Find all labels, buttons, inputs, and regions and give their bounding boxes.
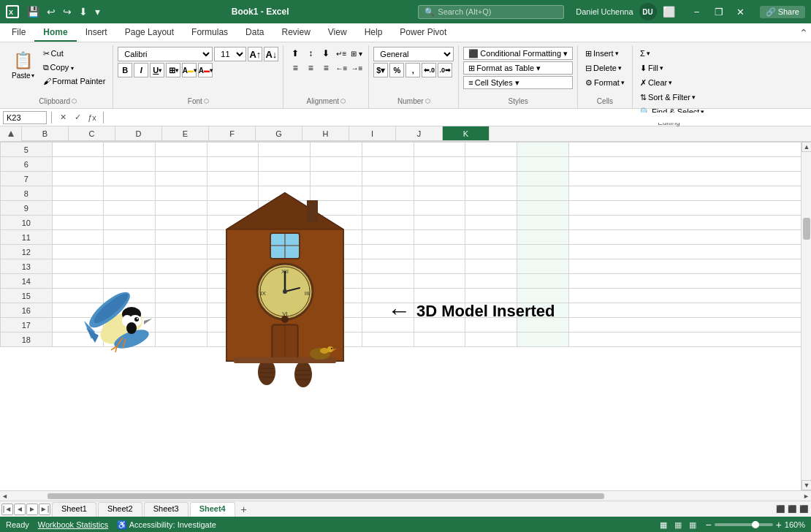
cell-F7[interactable] bbox=[259, 172, 311, 186]
font-expand-icon[interactable]: ⬡ bbox=[204, 98, 209, 104]
decrease-indent-button[interactable]: ←≡ bbox=[334, 61, 349, 75]
scroll-up-button[interactable]: ▲ bbox=[802, 142, 811, 152]
number-format-selector[interactable]: General bbox=[373, 47, 454, 61]
cell-I13[interactable] bbox=[414, 259, 465, 274]
add-sheet-button[interactable]: + bbox=[237, 502, 251, 517]
format-painter-button[interactable]: 🖌 Format Painter bbox=[40, 75, 109, 88]
fill-button[interactable]: ⬇ Fill ▾ bbox=[637, 61, 707, 75]
cell-J9[interactable] bbox=[465, 201, 517, 216]
cell-extra-12[interactable] bbox=[568, 245, 810, 259]
ribbon-collapse-button[interactable]: ⌃ bbox=[799, 27, 808, 39]
tab-view[interactable]: View bbox=[319, 23, 356, 42]
cell-J5[interactable] bbox=[465, 142, 517, 157]
increase-font-button[interactable]: A↑ bbox=[248, 47, 262, 61]
cell-D9[interactable] bbox=[156, 201, 207, 216]
cell-K12[interactable] bbox=[517, 245, 568, 259]
page-layout-view-button[interactable]: ▦ bbox=[671, 518, 685, 531]
cell-D6[interactable] bbox=[156, 157, 207, 172]
cell-G7[interactable] bbox=[311, 172, 362, 186]
tab-formulas[interactable]: Formulas bbox=[183, 23, 237, 42]
sheet-tab-sheet2[interactable]: Sheet2 bbox=[98, 502, 142, 517]
font-name-selector[interactable]: Calibri bbox=[118, 47, 213, 61]
increase-decimal-button[interactable]: ⬅.0 bbox=[422, 63, 436, 77]
cell-B6[interactable] bbox=[52, 157, 104, 172]
cell-C12[interactable] bbox=[104, 245, 156, 259]
cell-B11[interactable] bbox=[52, 230, 104, 245]
col-header-c[interactable]: C bbox=[69, 126, 115, 141]
h-scroll-left-button[interactable]: ◄ bbox=[1, 493, 8, 500]
confirm-formula-button[interactable]: ✓ bbox=[71, 111, 84, 124]
cell-J13[interactable] bbox=[465, 259, 517, 274]
cell-K14[interactable] bbox=[517, 274, 568, 289]
cell-G5[interactable] bbox=[311, 142, 362, 157]
cell-I12[interactable] bbox=[414, 245, 465, 259]
cell-I8[interactable] bbox=[414, 186, 465, 201]
decrease-decimal-button[interactable]: .0➡ bbox=[438, 63, 452, 77]
cell-J14[interactable] bbox=[465, 274, 517, 289]
cell-extra-8[interactable] bbox=[568, 186, 810, 201]
cell-C11[interactable] bbox=[104, 230, 156, 245]
cell-extra-14[interactable] bbox=[568, 274, 810, 289]
cell-extra-11[interactable] bbox=[568, 230, 810, 245]
cell-E7[interactable] bbox=[207, 172, 259, 186]
cell-I5[interactable] bbox=[414, 142, 465, 157]
comma-button[interactable]: , bbox=[406, 63, 420, 77]
row-num-14[interactable]: 14 bbox=[1, 274, 53, 289]
cell-D13[interactable] bbox=[156, 259, 207, 274]
zoom-in-button[interactable]: + bbox=[776, 519, 782, 531]
decrease-font-button[interactable]: A↓ bbox=[264, 47, 278, 61]
cell-B8[interactable] bbox=[52, 186, 104, 201]
clear-button[interactable]: ✗ Clear ▾ bbox=[637, 76, 707, 89]
tab-review[interactable]: Review bbox=[273, 23, 319, 42]
user-avatar[interactable]: DU bbox=[639, 3, 657, 20]
cell-J6[interactable] bbox=[465, 157, 517, 172]
cell-extra-17[interactable] bbox=[568, 318, 810, 332]
cell-D11[interactable] bbox=[156, 230, 207, 245]
cell-I14[interactable] bbox=[414, 274, 465, 289]
col-header-i[interactable]: I bbox=[349, 126, 396, 141]
cell-I6[interactable] bbox=[414, 157, 465, 172]
row-num-12[interactable]: 12 bbox=[1, 245, 53, 259]
row-num-18[interactable]: 18 bbox=[1, 332, 53, 347]
cell-extra-13[interactable] bbox=[568, 259, 810, 274]
tab-insert[interactable]: Insert bbox=[77, 23, 116, 42]
sheet-tab-sheet3[interactable]: Sheet3 bbox=[144, 502, 189, 517]
col-header-b[interactable]: B bbox=[22, 126, 69, 141]
row-num-9[interactable]: 9 bbox=[1, 201, 53, 216]
tab-help[interactable]: Help bbox=[356, 23, 392, 42]
row-num-17[interactable]: 17 bbox=[1, 318, 53, 332]
cell-K13[interactable] bbox=[517, 259, 568, 274]
cell-G6[interactable] bbox=[311, 157, 362, 172]
cut-button[interactable]: ✂ Cut bbox=[40, 47, 109, 60]
col-header-g[interactable]: G bbox=[256, 126, 302, 141]
align-top-button[interactable]: ⬆ bbox=[288, 47, 302, 60]
row-num-7[interactable]: 7 bbox=[1, 172, 53, 186]
save-button[interactable]: 💾 bbox=[25, 4, 42, 19]
zoom-slider[interactable] bbox=[715, 523, 773, 526]
format-as-table-button[interactable]: ⊞ Format as Table ▾ bbox=[463, 61, 573, 75]
repeat-button[interactable]: ⬇ bbox=[77, 4, 90, 19]
row-num-10[interactable]: 10 bbox=[1, 216, 53, 230]
row-num-6[interactable]: 6 bbox=[1, 157, 53, 172]
cell-extra-6[interactable] bbox=[568, 157, 810, 172]
cell-B10[interactable] bbox=[52, 216, 104, 230]
cell-extra-15[interactable] bbox=[568, 289, 810, 303]
cell-D12[interactable] bbox=[156, 245, 207, 259]
copy-button[interactable]: ⧉ Copy ▾ bbox=[40, 61, 109, 74]
col-header-h[interactable]: H bbox=[302, 126, 349, 141]
row-num-13[interactable]: 13 bbox=[1, 259, 53, 274]
percent-button[interactable]: % bbox=[389, 63, 404, 77]
workbook-stats-button[interactable]: Workbook Statistics bbox=[38, 520, 108, 530]
cell-D10[interactable] bbox=[156, 216, 207, 230]
cell-B12[interactable] bbox=[52, 245, 104, 259]
cell-extra-5[interactable] bbox=[568, 142, 810, 157]
cell-C10[interactable] bbox=[104, 216, 156, 230]
delete-cells-button[interactable]: ⊟ Delete ▾ bbox=[582, 61, 628, 75]
close-button[interactable]: ✕ bbox=[731, 4, 751, 19]
cell-K6[interactable] bbox=[517, 157, 568, 172]
col-header-j[interactable]: J bbox=[396, 126, 443, 141]
sum-button[interactable]: Σ ▾ bbox=[637, 47, 707, 60]
row-num-11[interactable]: 11 bbox=[1, 230, 53, 245]
alignment-expand-icon[interactable]: ⬡ bbox=[340, 98, 346, 104]
sheet-tab-sheet4[interactable]: Sheet4 bbox=[190, 502, 235, 517]
